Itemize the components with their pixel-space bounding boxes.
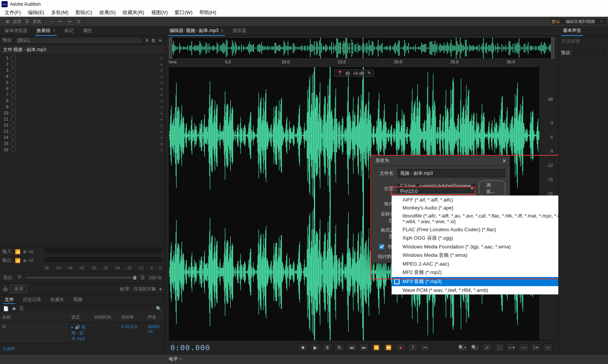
menu-item[interactable]: 编辑(E) (25, 8, 47, 17)
format-option[interactable]: MP2 音频 (*.mp2) (392, 268, 558, 277)
slot-power-icon[interactable] (11, 86, 16, 91)
preset-dropdown[interactable]: (默认) (15, 37, 143, 44)
preset-fav-icon[interactable]: ★ (158, 38, 162, 43)
hud-pin-icon[interactable]: 📍 (337, 71, 343, 76)
slot-power-icon[interactable] (11, 110, 16, 116)
zoom-in-amp-icon[interactable]: ↕+ (531, 343, 541, 352)
slot-arrow-icon[interactable]: ▸ (161, 68, 163, 73)
menu-item[interactable]: 效果(S) (96, 8, 119, 17)
col-header[interactable]: 采样率 (119, 313, 146, 322)
tab-历史记录[interactable]: 历史记录 (18, 295, 46, 304)
format-option[interactable]: Windows Media Foundation (*.3gp, *.aac, … (392, 243, 558, 251)
slot-power-icon[interactable] (11, 98, 16, 103)
slot-arrow-icon[interactable]: ▸ (161, 135, 163, 140)
zoom-full-icon[interactable]: ⤢ (482, 343, 492, 352)
slot-power-icon[interactable] (11, 116, 16, 122)
slot-arrow-icon[interactable]: ▸ (161, 80, 163, 85)
slot-power-icon[interactable] (11, 104, 16, 110)
zoom-in-time-icon[interactable]: ↔+ (506, 343, 516, 352)
tab-效果组[interactable]: 效果组≡ (32, 26, 60, 36)
tab-essential-sound[interactable]: 基本声音 (558, 26, 586, 36)
tool-move-icon[interactable]: ↔ (48, 18, 55, 25)
format-option[interactable]: FLAC (Free Lossless Audio Codec) (*.flac… (392, 225, 558, 234)
effect-slot[interactable]: 2▸ (0, 61, 165, 67)
slot-arrow-icon[interactable]: ▸ (161, 141, 163, 146)
slot-power-icon[interactable] (11, 74, 16, 79)
stop-button[interactable]: ■ (298, 343, 308, 352)
zoom-out-time-icon[interactable]: ↔- (519, 343, 529, 352)
overview-waveform[interactable] (169, 37, 555, 59)
tab-levels[interactable]: 电平 ≡ (165, 354, 186, 364)
tab-文件[interactable]: 文件 (0, 295, 18, 304)
slot-power-icon[interactable] (11, 92, 16, 97)
multitrack-icon[interactable]: ☰ (19, 306, 24, 311)
effects-power-icon[interactable]: ⏻ (3, 287, 8, 292)
location-dropdown[interactable]: C:\User...cuments\Adobe\Premiere Pro\13.… (398, 184, 476, 193)
tab-媒体浏览器[interactable]: 媒体浏览器 (0, 26, 32, 36)
hud-edit-icon[interactable]: ✎ (367, 71, 371, 76)
preset-save-icon[interactable]: ⬇ (145, 38, 149, 43)
format-option[interactable]: Monkey's Audio (*.ape) (392, 204, 558, 212)
effect-slot[interactable]: 8▸ (0, 98, 165, 104)
slot-arrow-icon[interactable]: ▸ (161, 147, 163, 152)
dialog-close-button[interactable]: × (503, 158, 506, 164)
effect-slot[interactable]: 11▸ (0, 116, 165, 122)
hud-power-icon[interactable]: ⏻ (346, 71, 350, 76)
zoom-sel-icon[interactable]: ⬚ (494, 343, 504, 352)
effect-slot[interactable]: 12▸ (0, 122, 165, 128)
preset-dropdown-right[interactable] (574, 49, 606, 56)
menu-item[interactable]: 收藏夹(R) (120, 8, 147, 17)
workspace-audiovideo[interactable]: 编辑音频到视频 (566, 19, 595, 24)
browse-button[interactable]: 浏览... (479, 180, 505, 196)
slot-power-icon[interactable] (11, 61, 16, 67)
slot-arrow-icon[interactable]: ▸ (161, 86, 163, 91)
mix-slider[interactable] (26, 277, 136, 278)
effect-slot[interactable]: 16▸ (0, 147, 165, 153)
slot-arrow-icon[interactable]: ▸ (161, 98, 163, 103)
dialog-titlebar[interactable]: 另存为 × (372, 156, 510, 166)
slot-arrow-icon[interactable]: ▸ (161, 74, 163, 79)
slot-arrow-icon[interactable]: ▸ (161, 123, 163, 128)
format-option[interactable]: MP3 音频 (*.mp3) (392, 277, 558, 286)
slot-arrow-icon[interactable]: ▸ (161, 105, 163, 110)
zoom-out-amp-icon[interactable]: ↕- (543, 343, 553, 352)
slot-arrow-icon[interactable]: ▸ (161, 62, 163, 67)
slot-arrow-icon[interactable]: ▸ (161, 129, 163, 134)
effect-slot[interactable]: 14▸ (0, 134, 165, 140)
return-button[interactable]: ⤴ (408, 343, 418, 352)
menu-item[interactable]: 文件(F) (2, 8, 24, 17)
pause-button[interactable]: ⏸ (322, 343, 332, 352)
search-icon[interactable]: 🔍 (156, 306, 162, 311)
time-ruler[interactable]: hms 5.010.015.020.025.030.0 (169, 60, 539, 67)
skip-fwd-button[interactable]: ⏩ (383, 343, 393, 352)
rewind-button[interactable]: ⏮ (347, 343, 357, 352)
format-option[interactable]: Wave PCM (*.wav, *.bwf, *.rf64, *.amb) (392, 286, 558, 294)
slot-power-icon[interactable] (11, 141, 16, 146)
overview-handle-left[interactable] (169, 38, 172, 58)
slot-arrow-icon[interactable]: ▸ (161, 117, 163, 122)
format-option[interactable]: Windows Media 音频 (*.wma) (392, 251, 558, 260)
process-chevron-icon[interactable]: ▾ (159, 287, 162, 292)
slot-power-icon[interactable] (11, 129, 16, 134)
record-button[interactable]: ● (396, 343, 406, 352)
effect-slot[interactable]: 9▸ (0, 104, 165, 110)
process-mode[interactable]: 仅选区对象 (133, 286, 156, 292)
menu-item[interactable]: 窗口(W) (171, 8, 196, 17)
slot-power-icon[interactable] (11, 135, 16, 140)
slot-arrow-icon[interactable]: ▸ (161, 111, 163, 116)
waveform-view-button[interactable]: ⊞ (4, 18, 11, 25)
preset-delete-icon[interactable]: 🗑 (151, 38, 156, 43)
slot-power-icon[interactable] (11, 55, 16, 61)
slot-power-icon[interactable] (11, 122, 16, 128)
tool-time-icon[interactable]: ⎚ (75, 18, 82, 25)
tab-收藏夹[interactable]: 收藏夹 (46, 295, 69, 304)
tab-标记[interactable]: 标记 (60, 26, 78, 36)
effect-slot[interactable]: 1▸ (0, 55, 165, 61)
col-header[interactable]: 状态 (69, 313, 92, 322)
slot-arrow-icon[interactable]: ▸ (161, 56, 163, 61)
workspace-default[interactable]: 默认 (552, 19, 560, 24)
col-header[interactable]: 持续时间 (92, 313, 119, 322)
effect-slot[interactable]: 13▸ (0, 128, 165, 134)
tab-editor[interactable]: 编辑器: 视频 - 副本.mp3≡ (165, 26, 228, 36)
effect-slot[interactable]: 6▸ (0, 85, 165, 92)
